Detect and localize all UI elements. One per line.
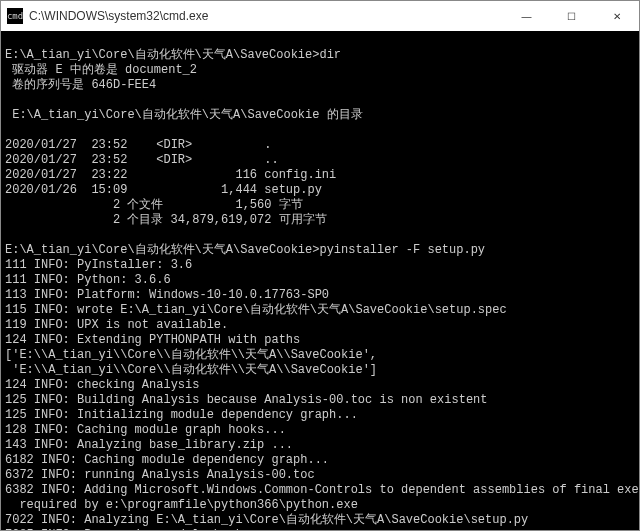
terminal-line: 124 INFO: checking Analysis xyxy=(5,378,635,393)
terminal-line: 2 个目录 34,879,619,072 可用字节 xyxy=(5,213,635,228)
maximize-button[interactable]: ☐ xyxy=(549,1,594,31)
terminal-line: 'E:\\A_tian_yi\\Core\\自动化软件\\天气A\\SaveCo… xyxy=(5,363,635,378)
terminal-line: 6182 INFO: Caching module dependency gra… xyxy=(5,453,635,468)
terminal-line: 7022 INFO: Analyzing E:\A_tian_yi\Core\自… xyxy=(5,513,635,528)
titlebar[interactable]: cmd C:\WINDOWS\system32\cmd.exe — ☐ ✕ xyxy=(1,1,639,31)
terminal-line: 6372 INFO: running Analysis Analysis-00.… xyxy=(5,468,635,483)
terminal-line xyxy=(5,123,635,138)
terminal-line xyxy=(5,228,635,243)
terminal-line: 143 INFO: Analyzing base_library.zip ... xyxy=(5,438,635,453)
terminal-line: 113 INFO: Platform: Windows-10-10.0.1776… xyxy=(5,288,635,303)
terminal-line: 7085 INFO: Processing module hooks... xyxy=(5,528,635,530)
minimize-button[interactable]: — xyxy=(504,1,549,31)
terminal-line: E:\A_tian_yi\Core\自动化软件\天气A\SaveCookie>p… xyxy=(5,243,635,258)
terminal-line: 2020/01/27 23:22 116 config.ini xyxy=(5,168,635,183)
terminal-line: E:\A_tian_yi\Core\自动化软件\天气A\SaveCookie>d… xyxy=(5,48,635,63)
terminal-line: 6382 INFO: Adding Microsoft.Windows.Comm… xyxy=(5,483,635,498)
terminal-line: 111 INFO: PyInstaller: 3.6 xyxy=(5,258,635,273)
terminal-line: 卷的序列号是 646D-FEE4 xyxy=(5,78,635,93)
terminal-line xyxy=(5,93,635,108)
terminal-line: 125 INFO: Initializing module dependency… xyxy=(5,408,635,423)
terminal-output[interactable]: E:\A_tian_yi\Core\自动化软件\天气A\SaveCookie>d… xyxy=(1,31,639,530)
cmd-icon: cmd xyxy=(7,8,23,24)
terminal-line xyxy=(5,33,635,48)
close-button[interactable]: ✕ xyxy=(594,1,639,31)
terminal-line: 115 INFO: wrote E:\A_tian_yi\Core\自动化软件\… xyxy=(5,303,635,318)
terminal-line: 124 INFO: Extending PYTHONPATH with path… xyxy=(5,333,635,348)
terminal-line: 驱动器 E 中的卷是 document_2 xyxy=(5,63,635,78)
terminal-line: 128 INFO: Caching module graph hooks... xyxy=(5,423,635,438)
window-title: C:\WINDOWS\system32\cmd.exe xyxy=(29,9,208,23)
terminal-line: 2020/01/27 23:52 <DIR> .. xyxy=(5,153,635,168)
terminal-line: 119 INFO: UPX is not available. xyxy=(5,318,635,333)
terminal-line: 2020/01/26 15:09 1,444 setup.py xyxy=(5,183,635,198)
terminal-line: 111 INFO: Python: 3.6.6 xyxy=(5,273,635,288)
terminal-line: 2 个文件 1,560 字节 xyxy=(5,198,635,213)
terminal-line: ['E:\\A_tian_yi\\Core\\自动化软件\\天气A\\SaveC… xyxy=(5,348,635,363)
terminal-line: E:\A_tian_yi\Core\自动化软件\天气A\SaveCookie 的… xyxy=(5,108,635,123)
terminal-line: required by e:\programfile\python366\pyt… xyxy=(5,498,635,513)
terminal-line: 2020/01/27 23:52 <DIR> . xyxy=(5,138,635,153)
terminal-line: 125 INFO: Building Analysis because Anal… xyxy=(5,393,635,408)
cmd-window: cmd C:\WINDOWS\system32\cmd.exe — ☐ ✕ E:… xyxy=(0,0,640,531)
